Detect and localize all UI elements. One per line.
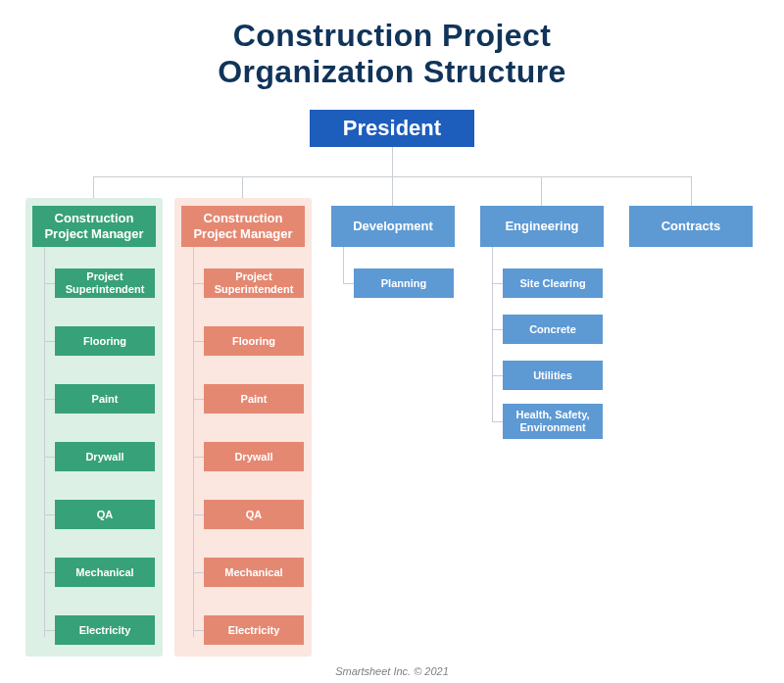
connector (541, 176, 542, 206)
engineering-child: Concrete (503, 315, 603, 344)
cpm1-child: Mechanical (55, 558, 155, 587)
connector (392, 147, 393, 176)
cpm2-child: QA (204, 500, 304, 529)
cpm1-child-label: Flooring (83, 335, 126, 348)
cpm2-group-bg (174, 198, 312, 657)
engineering-label: Engineering (505, 219, 578, 234)
connector (193, 630, 204, 631)
cpm1-child: Drywall (55, 442, 155, 471)
connector (392, 176, 393, 206)
cpm2-child-label: Electricity (228, 624, 280, 637)
cpm1-box: Construction Project Manager (32, 206, 156, 247)
development-label: Development (353, 219, 433, 234)
connector (44, 514, 55, 515)
footer-text: Smartsheet Inc. © 2021 (335, 665, 449, 677)
connector (691, 176, 692, 206)
cpm2-label: Construction Project Manager (187, 211, 299, 241)
engineering-child-label: Site Clearing (519, 277, 585, 290)
cpm1-group-bg (25, 198, 163, 657)
cpm2-child: Project Superintendent (204, 268, 304, 298)
cpm1-child: QA (55, 500, 155, 529)
cpm1-child: Electricity (55, 615, 155, 645)
connector (193, 283, 204, 284)
connector (44, 572, 55, 573)
president-box: President (310, 110, 474, 147)
connector (193, 572, 204, 573)
connector (44, 630, 55, 631)
engineering-child: Site Clearing (503, 268, 603, 298)
connector (492, 283, 503, 284)
engineering-box: Engineering (480, 206, 604, 247)
cpm2-child: Mechanical (204, 558, 304, 587)
development-box: Development (331, 206, 455, 247)
cpm2-child: Drywall (204, 442, 304, 471)
connector (492, 375, 503, 376)
cpm2-child-label: Flooring (232, 335, 275, 348)
footer: Smartsheet Inc. © 2021 (0, 665, 784, 677)
connector (193, 247, 194, 637)
cpm2-child: Paint (204, 384, 304, 414)
connector (193, 399, 204, 400)
cpm2-child: Flooring (204, 326, 304, 356)
cpm1-child: Flooring (55, 326, 155, 356)
cpm1-child-label: Project Superintendent (59, 270, 151, 295)
cpm2-box: Construction Project Manager (181, 206, 305, 247)
cpm2-child-label: Project Superintendent (208, 270, 300, 295)
connector (193, 514, 204, 515)
connector (44, 457, 55, 458)
engineering-child: Utilities (503, 361, 603, 390)
title-line-2: Organization Structure (218, 54, 566, 89)
page-title: Construction Project Organization Struct… (0, 18, 784, 90)
development-child: Planning (354, 268, 454, 298)
cpm1-child-label: Drywall (85, 451, 123, 463)
cpm2-child-label: Drywall (234, 451, 272, 463)
connector (44, 341, 55, 342)
cpm2-child-label: QA (246, 509, 263, 521)
cpm1-child: Paint (55, 384, 155, 414)
engineering-child: Health, Safety, Environment (503, 404, 603, 439)
contracts-label: Contracts (662, 219, 721, 234)
cpm1-child-label: Paint (92, 393, 119, 406)
connector (44, 399, 55, 400)
title-line-1: Construction Project (233, 18, 551, 53)
engineering-child-label: Concrete (529, 323, 576, 336)
connector (193, 457, 204, 458)
connector (193, 341, 204, 342)
connector (492, 329, 503, 330)
connector (44, 247, 45, 637)
president-label: President (343, 116, 441, 141)
connector (44, 283, 55, 284)
contracts-box: Contracts (629, 206, 753, 247)
cpm2-child-label: Mechanical (224, 566, 282, 579)
cpm1-child: Project Superintendent (55, 268, 155, 298)
development-child-label: Planning (381, 277, 426, 290)
cpm2-child-label: Paint (241, 393, 268, 406)
connector (492, 247, 493, 421)
cpm2-child: Electricity (204, 615, 304, 645)
connector (492, 421, 503, 422)
engineering-child-label: Health, Safety, Environment (507, 409, 599, 433)
cpm1-child-label: Mechanical (75, 566, 133, 579)
engineering-child-label: Utilities (533, 369, 572, 382)
cpm1-label: Construction Project Manager (38, 211, 150, 241)
cpm1-child-label: Electricity (79, 624, 131, 637)
connector (343, 283, 354, 284)
cpm1-child-label: QA (97, 509, 114, 521)
connector (343, 247, 344, 283)
